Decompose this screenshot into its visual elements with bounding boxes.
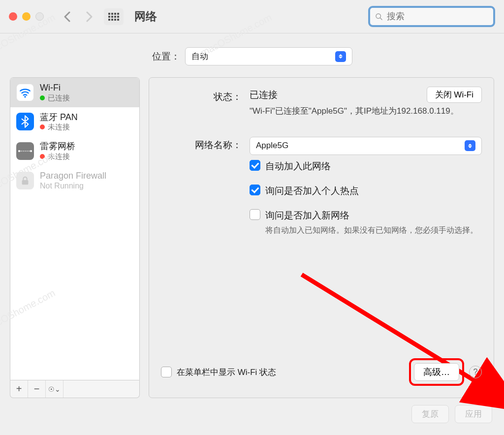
traffic-lights — [9, 12, 44, 21]
annotation-arrow — [277, 260, 504, 422]
sidebar-toolbar: + − ☉⌄ — [10, 380, 140, 398]
sidebar-item-status: 未连接 — [48, 123, 70, 131]
ask-hotspot-label: 询问是否加入个人热点 — [265, 185, 359, 197]
turn-off-wifi-button[interactable]: 关闭 Wi-Fi — [427, 87, 482, 103]
status-dot — [40, 124, 45, 129]
sidebar-item-thunderbolt-bridge[interactable]: 雷雾网桥 未连接 — [10, 136, 139, 166]
status-note: "Wi-Fi"已连接至"Apple5G"，其IP地址为192.168.0.119… — [250, 105, 482, 117]
help-button[interactable]: ? — [469, 366, 482, 378]
apply-button[interactable]: 应用 — [455, 405, 492, 423]
location-label: 位置： — [152, 50, 180, 63]
bluetooth-icon — [16, 113, 34, 130]
minimize-button[interactable] — [22, 12, 31, 21]
network-name-select[interactable]: Apple5G — [250, 137, 482, 155]
location-row: 位置： 自动 — [0, 33, 504, 77]
location-value: 自动 — [191, 51, 208, 62]
sidebar-item-label: Wi-Fi — [40, 83, 70, 93]
interface-list: Wi-Fi 已连接 蓝牙 PAN 未连接 — [10, 77, 140, 380]
back-button[interactable] — [59, 8, 75, 25]
interface-options-button[interactable]: ☉⌄ — [46, 380, 63, 398]
footer: 复原 应用 — [0, 398, 504, 435]
location-select[interactable]: 自动 — [185, 47, 352, 65]
window-title: 网络 — [134, 9, 157, 24]
sidebar-item-bluetooth-pan[interactable]: 蓝牙 PAN 未连接 — [10, 107, 139, 137]
ask-new-note: 将自动加入已知网络。如果没有已知网络，您必须手动选择。 — [265, 225, 478, 236]
svg-point-2 — [24, 96, 26, 97]
revert-button[interactable]: 复原 — [411, 405, 449, 423]
sidebar-item-status: 已连接 — [48, 93, 70, 102]
search-icon — [375, 12, 383, 21]
search-input[interactable] — [387, 11, 488, 22]
svg-point-3 — [18, 150, 20, 152]
remove-interface-button[interactable]: − — [28, 380, 46, 398]
svg-rect-5 — [22, 180, 29, 185]
ask-new-label: 询问是否加入新网络 — [265, 209, 478, 222]
chevron-updown-icon — [465, 140, 475, 151]
advanced-button[interactable]: 高级… — [414, 363, 459, 381]
sidebar-item-status: 未连接 — [48, 152, 70, 161]
status-dot — [40, 154, 45, 159]
titlebar: 网络 — [0, 0, 504, 33]
status-label: 状态： — [161, 89, 250, 103]
lock-icon — [16, 172, 34, 189]
svg-line-1 — [380, 18, 382, 20]
ask-hotspot-checkbox[interactable] — [250, 185, 260, 195]
sidebar-item-wifi[interactable]: Wi-Fi 已连接 — [10, 78, 139, 107]
network-name-value: Apple5G — [256, 141, 288, 151]
status-dot — [40, 95, 45, 100]
thunderbolt-bridge-icon — [16, 142, 34, 160]
sidebar: Wi-Fi 已连接 蓝牙 PAN 未连接 — [10, 77, 140, 398]
sidebar-item-label: Paragon Firewall — [40, 171, 106, 182]
auto-join-label: 自动加入此网络 — [265, 160, 331, 173]
search-field[interactable] — [368, 6, 495, 27]
wifi-icon — [16, 84, 34, 101]
svg-line-6 — [302, 275, 504, 407]
add-interface-button[interactable]: + — [10, 380, 28, 398]
sidebar-item-paragon-firewall[interactable]: Paragon Firewall Not Running — [10, 166, 139, 196]
zoom-button[interactable] — [35, 12, 44, 21]
forward-button[interactable] — [81, 8, 98, 25]
sidebar-item-label: 雷雾网桥 — [40, 141, 75, 152]
sidebar-item-label: 蓝牙 PAN — [40, 112, 78, 123]
show-in-menubar-label: 在菜单栏中显示 Wi-Fi 状态 — [177, 367, 276, 378]
grid-icon — [108, 13, 119, 21]
sidebar-item-status: Not Running — [40, 181, 106, 190]
show-all-button[interactable] — [104, 8, 124, 25]
annotation-highlight: 高级… — [409, 358, 464, 386]
chevron-updown-icon — [335, 51, 346, 62]
auto-join-checkbox[interactable] — [250, 160, 260, 171]
svg-point-4 — [30, 150, 32, 152]
ask-new-checkbox[interactable] — [250, 209, 260, 220]
network-name-label: 网络名称： — [161, 137, 250, 152]
show-in-menubar-checkbox[interactable] — [161, 367, 172, 377]
close-button[interactable] — [9, 12, 17, 21]
detail-panel: 关闭 Wi-Fi 状态： 已连接 "Wi-Fi"已连接至"Apple5G"，其I… — [149, 77, 494, 398]
